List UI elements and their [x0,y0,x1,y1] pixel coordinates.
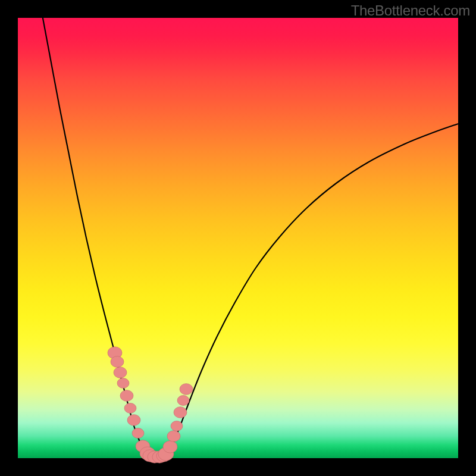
data-bead [120,390,133,402]
data-bead [167,431,180,442]
v-curve-path [42,12,458,457]
data-bead [180,384,193,395]
data-bead [132,428,144,439]
data-bead [163,441,177,453]
data-bead [117,378,129,389]
curve-beads [108,347,193,463]
data-bead [177,396,189,406]
bottleneck-curve [18,18,458,458]
data-bead [111,356,124,368]
data-bead [114,367,127,378]
data-bead [124,403,136,414]
data-bead [127,415,140,426]
plot-area [18,18,458,458]
watermark-text: TheBottleneck.com [351,2,470,19]
data-bead [171,421,183,431]
chart-frame: TheBottleneck.com [0,0,476,476]
data-bead [174,407,187,418]
